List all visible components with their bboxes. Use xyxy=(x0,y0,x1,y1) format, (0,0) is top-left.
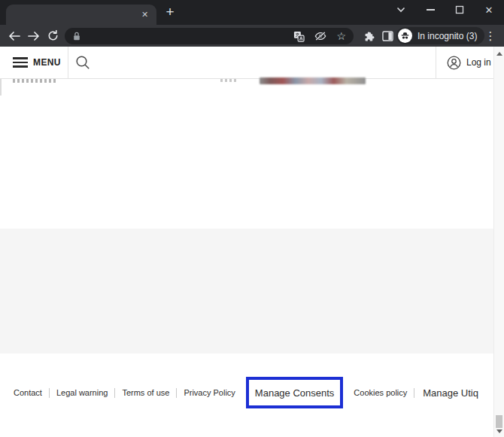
address-bar[interactable]: ☆ xyxy=(65,28,354,44)
new-tab-button[interactable]: + xyxy=(161,4,179,22)
kebab-menu-icon: ⋮ xyxy=(485,29,496,42)
login-label: Log in xyxy=(466,57,491,68)
footer-link-manage-utiq[interactable]: Manage Utiq xyxy=(414,387,487,399)
clipped-image-fragment xyxy=(260,77,366,84)
browser-window: ✕ + ✕ xyxy=(0,0,504,437)
footer-link-contact[interactable]: Contact xyxy=(7,388,49,397)
incognito-label: In incognito (3) xyxy=(417,31,477,41)
footer-gray-band xyxy=(0,229,504,354)
search-icon xyxy=(75,55,91,71)
close-icon: ✕ xyxy=(485,5,493,16)
bookmark-star-icon[interactable]: ☆ xyxy=(336,31,346,41)
window-close-button[interactable]: ✕ xyxy=(478,0,500,20)
forward-button[interactable] xyxy=(26,28,41,44)
site-header: MENU Log in xyxy=(0,47,504,79)
hamburger-icon xyxy=(13,57,28,59)
window-maximize-button[interactable] xyxy=(448,0,471,20)
browser-tab[interactable]: ✕ xyxy=(6,5,156,25)
browser-toolbar: ☆ In incognit xyxy=(0,25,504,47)
header-divider xyxy=(68,47,68,78)
incognito-profile-chip[interactable]: In incognito (3) xyxy=(396,27,484,44)
search-button[interactable] xyxy=(75,55,92,71)
footer-link-manage-consents[interactable]: Manage Consents xyxy=(254,387,336,399)
tab-close-icon[interactable]: ✕ xyxy=(138,8,151,21)
extensions-button[interactable] xyxy=(363,29,376,43)
scrollbar-thumb[interactable] xyxy=(496,415,502,428)
menu-button[interactable] xyxy=(13,57,28,68)
back-button[interactable] xyxy=(6,28,22,44)
incognito-icon xyxy=(400,32,410,40)
eye-off-icon[interactable] xyxy=(314,31,326,41)
minimize-icon xyxy=(427,9,435,11)
side-panel-icon xyxy=(382,31,393,41)
footer-link-terms-of-use[interactable]: Terms of use xyxy=(115,388,176,397)
forward-arrow-icon xyxy=(28,31,40,41)
footer-link-privacy-policy[interactable]: Privacy Policy xyxy=(177,388,241,397)
content-edge-fragment xyxy=(0,79,2,96)
maximize-icon xyxy=(455,5,464,14)
user-icon xyxy=(447,56,461,70)
avatar xyxy=(398,29,412,43)
page-viewport: MENU Log in Con xyxy=(0,47,504,437)
login-button[interactable]: Log in xyxy=(447,47,491,78)
back-arrow-icon xyxy=(8,31,20,41)
menu-label[interactable]: MENU xyxy=(33,47,61,78)
puzzle-icon xyxy=(364,31,375,42)
window-chevron-button[interactable] xyxy=(390,0,412,20)
lock-icon xyxy=(72,31,81,41)
reload-icon xyxy=(47,30,59,41)
footer-link-legal-warning[interactable]: Legal warning xyxy=(50,388,115,397)
reload-button[interactable] xyxy=(45,28,61,44)
page-scrollbar[interactable] xyxy=(493,47,504,437)
footer-link-cookies-policy[interactable]: Cookies policy xyxy=(347,388,414,397)
clipped-text-fragment xyxy=(13,79,57,83)
browser-menu-button[interactable]: ⋮ xyxy=(483,28,498,44)
scroll-up-arrow-icon[interactable] xyxy=(496,52,502,56)
footer-links: Contact Legal warning Terms of use Priva… xyxy=(0,372,493,414)
chevron-down-icon xyxy=(396,7,405,13)
translate-icon[interactable] xyxy=(293,31,305,42)
clipped-text-fragment xyxy=(220,79,238,82)
highlight-box: Manage Consents xyxy=(246,377,344,408)
scroll-down-arrow-icon[interactable] xyxy=(496,429,502,433)
plus-icon: + xyxy=(165,4,174,20)
header-divider xyxy=(436,47,436,78)
browser-tab-strip: ✕ + ✕ xyxy=(0,0,504,25)
window-minimize-button[interactable] xyxy=(419,0,442,20)
side-panel-button[interactable] xyxy=(381,29,394,43)
